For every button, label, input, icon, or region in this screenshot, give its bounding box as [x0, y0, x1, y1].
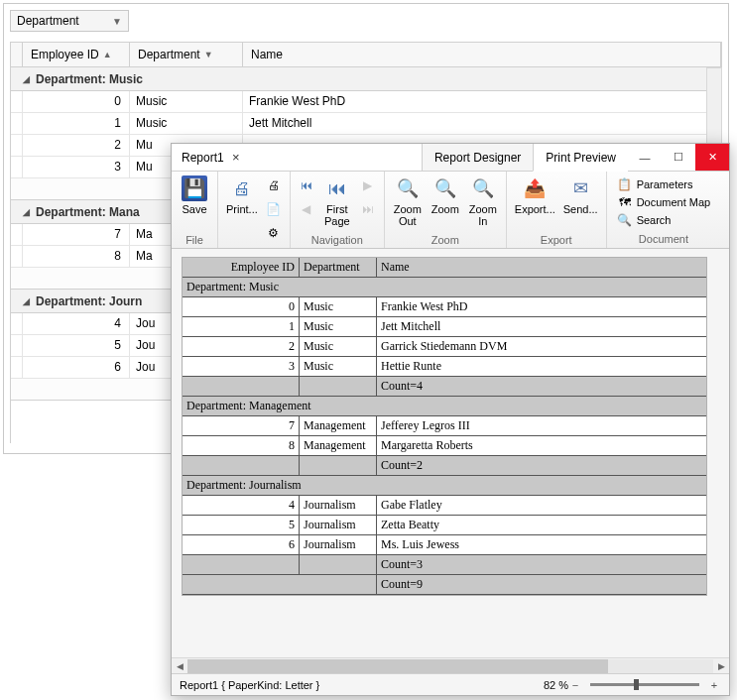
first-page-button[interactable]: ⏮First Page — [318, 174, 356, 232]
send-icon: ✉ — [567, 175, 593, 201]
group-by-dropdown[interactable]: Department ▼ — [10, 10, 129, 32]
cell-id: 6 — [23, 357, 130, 378]
tab-report-designer[interactable]: Report Designer — [422, 144, 533, 171]
print-icon: 🖨 — [229, 175, 255, 201]
print-options-button[interactable]: ⚙ — [263, 222, 285, 244]
chevron-down-icon: ▼ — [204, 50, 213, 59]
report-data-row: 8ManagementMargaretta Roberts — [183, 436, 706, 456]
report-total: Count=9 — [183, 575, 706, 595]
column-header-name[interactable]: Name — [243, 43, 721, 66]
save-icon: 💾 — [182, 175, 207, 201]
ribbon-group-file: 💾Save File — [172, 172, 218, 248]
cell-id: 0 — [23, 91, 130, 112]
table-row[interactable]: 1MusicJett Mitchell — [11, 113, 721, 135]
save-button[interactable]: 💾Save — [176, 174, 213, 232]
zoom-in-icon: 🔍 — [470, 175, 496, 201]
ribbon-group-export: 📤Export... ✉Send... Export — [507, 172, 607, 248]
quick-print-button[interactable]: 🖨 — [263, 175, 285, 196]
report-data-row: 2MusicGarrick Stiedemann DVM — [183, 337, 706, 357]
collapse-icon: ◢ — [23, 74, 30, 84]
horizontal-scrollbar[interactable]: ◀ ▶ — [172, 657, 729, 673]
minimize-button[interactable]: — — [628, 144, 662, 171]
tab-print-preview[interactable]: Print Preview — [533, 144, 628, 172]
zoom-slider[interactable] — [590, 683, 699, 686]
collapse-icon: ◢ — [23, 296, 30, 306]
zoom-out-icon: 🔍 — [395, 175, 421, 201]
cell-name: Frankie West PhD — [243, 91, 721, 112]
zoom-out-button[interactable]: 🔍Zoom Out — [389, 174, 427, 232]
zoom-button[interactable]: 🔍Zoom — [427, 174, 464, 232]
cell-name: Jett Mitchell — [243, 113, 721, 134]
zoom-icon: 🔍 — [432, 175, 458, 201]
search-button[interactable]: 🔍Search — [615, 211, 713, 229]
zoom-plus-button[interactable]: + — [707, 679, 721, 691]
cell-id: 7 — [23, 224, 130, 245]
column-header-employee-id[interactable]: Employee ID▲ — [23, 43, 130, 66]
report-group-count: Count=2 — [183, 456, 706, 476]
document-tab[interactable]: Report1 × — [172, 144, 244, 171]
status-text: Report1 { PaperKind: Letter } — [180, 679, 319, 691]
report-data-row: 3MusicHettie Runte — [183, 357, 706, 377]
cell-dept: Music — [130, 91, 243, 112]
export-icon: 📤 — [522, 175, 548, 201]
group-label: Navigation — [295, 232, 380, 248]
ribbon-group-document: 📋Parameters 🗺Document Map 🔍Search Docume… — [607, 172, 721, 248]
report-data-row: 7ManagementJefferey Legros III — [183, 416, 706, 436]
page-setup-button[interactable]: 📄 — [263, 198, 285, 220]
group-label: File — [176, 232, 213, 248]
group-label: Export — [511, 232, 602, 248]
scroll-right-icon[interactable]: ▶ — [713, 659, 729, 673]
cell-id: 8 — [23, 246, 130, 267]
parameters-button[interactable]: 📋Parameters — [615, 175, 713, 193]
window-controls: — ☐ ✕ — [628, 144, 729, 171]
first-page-icon: ⏮ — [324, 175, 350, 201]
nav-prev-icon[interactable]: ◀ — [296, 198, 317, 220]
cell-id: 1 — [23, 113, 130, 134]
send-button[interactable]: ✉Send... — [559, 174, 602, 232]
nav-next-icon[interactable]: ▶ — [357, 175, 379, 196]
close-button[interactable]: ✕ — [695, 144, 729, 171]
grid-header: Employee ID▲ Department▼ Name — [10, 42, 722, 67]
report-group-count: Count=3 — [183, 555, 706, 575]
titlebar: Report1 × Report Designer Print Preview … — [172, 144, 729, 172]
ribbon: 💾Save File 🖨Print... 🖨 📄 ⚙ Print ⏮ ◀ — [172, 172, 729, 249]
search-icon: 🔍 — [617, 212, 633, 228]
column-header-department[interactable]: Department▼ — [130, 43, 243, 66]
zoom-level: 82 % — [544, 679, 568, 691]
report-data-row: 6JournalismMs. Luis Jewess — [183, 535, 706, 555]
report-data-row: 0MusicFrankie West PhD — [183, 297, 706, 317]
nav-first-icon[interactable]: ⏮ — [296, 175, 317, 196]
group-label: Zoom — [389, 232, 502, 248]
group-label: Document — [611, 231, 717, 247]
table-row[interactable]: 0MusicFrankie West PhD — [11, 91, 721, 113]
cell-dept: Music — [130, 113, 243, 134]
parameters-icon: 📋 — [617, 176, 633, 192]
cell-id: 2 — [23, 135, 130, 156]
zoom-slider-thumb[interactable] — [634, 679, 639, 690]
dropdown-label: Department — [17, 14, 79, 28]
document-map-button[interactable]: 🗺Document Map — [615, 193, 713, 211]
report-data-row: 1MusicJett Mitchell — [183, 317, 706, 337]
report-header: Employee IDDepartmentName — [183, 258, 706, 278]
report-group-header: Department: Management — [183, 397, 706, 416]
report-data-row: 5JournalismZetta Beatty — [183, 516, 706, 535]
nav-last-icon[interactable]: ⏭ — [357, 198, 379, 220]
maximize-button[interactable]: ☐ — [662, 144, 695, 171]
close-tab-icon[interactable]: × — [232, 150, 240, 165]
print-button[interactable]: 🖨Print... — [222, 174, 262, 245]
cell-id: 4 — [23, 313, 130, 334]
cell-id: 5 — [23, 335, 130, 356]
report-group-header: Department: Music — [183, 278, 706, 297]
collapse-icon: ◢ — [23, 207, 30, 217]
scroll-left-icon[interactable]: ◀ — [172, 659, 187, 673]
chevron-down-icon: ▼ — [112, 16, 122, 27]
statusbar: Report1 { PaperKind: Letter } 82 % − + — [172, 673, 729, 695]
report-group-count: Count=4 — [183, 377, 706, 397]
export-button[interactable]: 📤Export... — [511, 174, 559, 232]
zoom-minus-button[interactable]: − — [568, 679, 582, 691]
cell-id: 3 — [23, 157, 130, 177]
report-window: Report1 × Report Designer Print Preview … — [171, 143, 730, 696]
zoom-in-button[interactable]: 🔍Zoom In — [464, 174, 502, 232]
group-row[interactable]: ◢Department: Music — [11, 67, 721, 91]
scroll-thumb[interactable] — [187, 659, 608, 673]
